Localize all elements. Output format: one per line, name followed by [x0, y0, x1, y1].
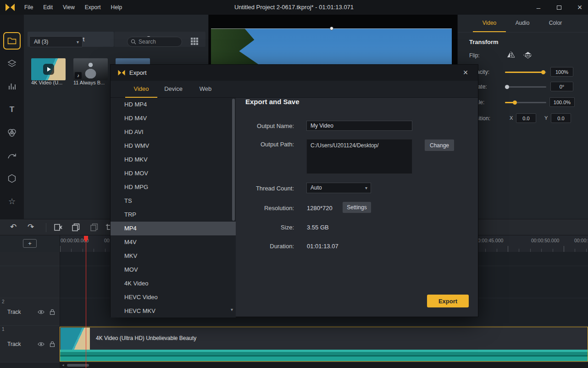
tool-sidebar: T ☆	[0, 15, 24, 219]
split-delete-button[interactable]	[54, 223, 62, 231]
hexagon-icon	[7, 174, 17, 183]
format-item[interactable]: 4K Video	[111, 277, 236, 290]
sidebar-item-effects[interactable]: ☆	[6, 196, 17, 207]
format-list-scrollbar-thumb[interactable]	[232, 99, 235, 221]
format-item[interactable]: HEVC MKV	[111, 304, 236, 318]
sidebar-item-stock[interactable]	[6, 58, 17, 69]
position-y-value[interactable]: 0.0	[551, 113, 571, 123]
sidebar-item-transitions[interactable]	[6, 127, 17, 138]
search-icon	[131, 39, 136, 45]
eye-icon[interactable]	[38, 309, 44, 314]
lock-icon[interactable]	[50, 341, 55, 347]
dialog-heading: Export and Save	[245, 98, 300, 106]
format-item-selected[interactable]: MP4	[111, 222, 236, 235]
horizontal-scrollbar[interactable]: ◄	[60, 362, 588, 368]
sidebar-item-behaviors[interactable]	[6, 150, 17, 161]
output-name-input[interactable]	[306, 121, 412, 131]
format-item[interactable]: HD MPG	[111, 180, 236, 194]
format-item[interactable]: HD M4V	[111, 112, 236, 125]
format-item[interactable]: HEVC Video	[111, 290, 236, 304]
paste-button[interactable]	[90, 223, 98, 231]
undo-button[interactable]: ↶	[10, 223, 17, 232]
dialog-tab-web[interactable]: Web	[189, 81, 222, 98]
output-path-box[interactable]: C:/Users/U201124/Desktop/	[306, 139, 412, 174]
sidebar-item-audio[interactable]	[6, 81, 17, 92]
flip-vertical-icon[interactable]	[523, 51, 533, 59]
format-item[interactable]: TS	[111, 194, 236, 208]
minimize-button[interactable]: –	[530, 0, 547, 15]
filter-value: All (3)	[34, 39, 48, 45]
lock-icon[interactable]	[50, 309, 55, 315]
menu-export[interactable]: Export	[80, 0, 106, 15]
sidebar-item-text[interactable]: T	[6, 104, 17, 115]
divider	[46, 223, 46, 232]
x-label: X	[510, 115, 513, 121]
format-item[interactable]: HD MOV	[111, 167, 236, 180]
track-header-empty	[0, 252, 60, 266]
maximize-button[interactable]	[551, 0, 567, 15]
resolution-value: 1280*720	[307, 205, 333, 212]
ruler-label: 00:00:45.000	[475, 238, 503, 243]
close-button[interactable]: ×	[571, 0, 588, 15]
menu-help[interactable]: Help	[106, 0, 128, 15]
redo-button[interactable]: ↷	[28, 223, 34, 232]
dialog-close-icon[interactable]: ×	[459, 65, 472, 81]
playhead-line[interactable]	[86, 236, 86, 368]
change-path-button[interactable]: Change	[425, 139, 454, 151]
dialog-tabs: Video Device Web	[111, 81, 478, 98]
window-title: Untitled Project 2-0617.tkproj* - 01:01:…	[138, 0, 450, 15]
media-item-video[interactable]	[31, 58, 66, 80]
dialog-tab-device[interactable]: Device	[157, 81, 189, 98]
scale-value[interactable]: 100.0%	[549, 97, 575, 107]
media-filter-dropdown[interactable]: All (3) ▾	[29, 36, 83, 47]
scroll-left-arrow[interactable]: ◄	[61, 363, 65, 367]
menu-edit[interactable]: Edit	[38, 0, 58, 15]
rotate-slider[interactable]	[505, 86, 546, 88]
dialog-export-button[interactable]: Export	[427, 295, 469, 307]
output-path-label: Output Path:	[225, 141, 294, 148]
opacity-slider[interactable]	[505, 72, 546, 73]
timeline-clip[interactable]: 4K Video (Ultra HD) Unbelievable Beauty	[60, 327, 588, 362]
add-track-button[interactable]: +	[23, 239, 37, 248]
dialog-title: Export	[129, 69, 147, 76]
format-item[interactable]: TRP	[111, 208, 236, 222]
clip-audio-waveform	[60, 350, 588, 361]
scale-slider[interactable]	[505, 102, 546, 103]
thread-count-dropdown[interactable]: Auto ▾	[306, 183, 371, 193]
scale-knob[interactable]	[513, 100, 517, 105]
copy-button[interactable]	[72, 223, 80, 231]
format-item[interactable]: HD MKV	[111, 153, 236, 167]
format-item[interactable]: MKV	[111, 249, 236, 263]
resize-handle[interactable]	[330, 27, 333, 30]
position-x-value[interactable]: 0.0	[516, 113, 536, 123]
search-box	[127, 37, 182, 47]
media-item-audio[interactable]: ♪	[73, 58, 108, 80]
app-logo-icon	[5, 3, 16, 12]
flip-horizontal-icon[interactable]	[506, 51, 516, 58]
format-item[interactable]: HD AVI	[111, 125, 236, 139]
search-input[interactable]	[139, 39, 175, 45]
scroll-down-icon[interactable]: ▾	[231, 307, 233, 312]
opacity-value[interactable]: 100%	[550, 67, 573, 77]
tab-video[interactable]: Video	[473, 15, 506, 32]
rotate-knob[interactable]	[505, 85, 509, 89]
menu-file[interactable]: File	[19, 0, 38, 15]
menu-view[interactable]: View	[58, 0, 80, 15]
format-item[interactable]: MOV	[111, 263, 236, 277]
rotate-value[interactable]: 0°	[550, 82, 573, 91]
grid-view-icon[interactable]	[190, 37, 199, 46]
sidebar-item-filters[interactable]	[6, 173, 17, 184]
tab-audio[interactable]: Audio	[506, 15, 539, 32]
tab-color[interactable]: Color	[539, 15, 572, 32]
opacity-knob[interactable]	[541, 70, 545, 74]
eye-icon[interactable]	[38, 341, 44, 346]
format-item[interactable]: M4V	[111, 235, 236, 249]
resolution-settings-button[interactable]: Settings	[343, 202, 371, 213]
sidebar-item-media[interactable]	[3, 32, 21, 50]
format-item[interactable]: HD MP4	[111, 98, 236, 112]
app-logo-icon	[117, 69, 126, 76]
dialog-tab-video[interactable]: Video	[125, 81, 157, 98]
timeline-corner: +	[0, 235, 60, 252]
dialog-titlebar: Export ×	[111, 65, 478, 81]
format-item[interactable]: HD WMV	[111, 139, 236, 153]
